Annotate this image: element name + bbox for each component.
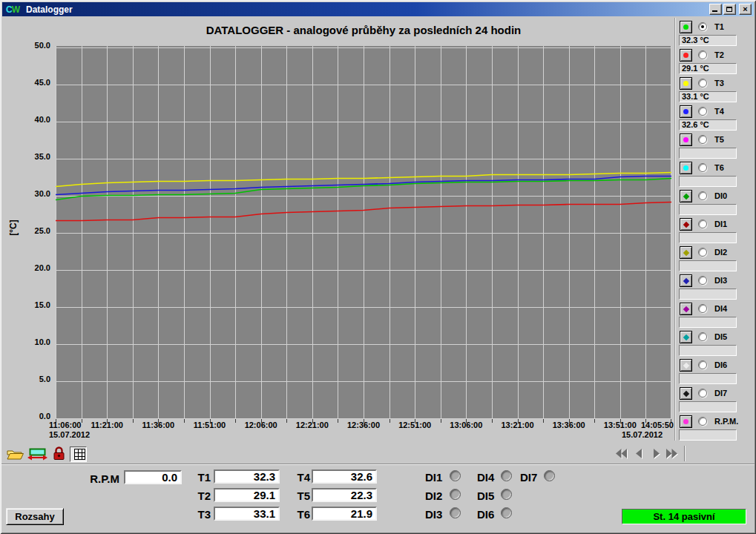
channel-color-dot [683, 137, 688, 142]
channel-value-field [679, 232, 737, 243]
channel-value-field [679, 260, 737, 271]
channel-label: DI5 [714, 332, 727, 341]
rpm-label: R.P.M [72, 472, 119, 485]
channel-color-button-T1[interactable] [680, 21, 692, 33]
x-axis-tick-label: 13:21:00 [501, 421, 533, 429]
channel-color-button-DI7[interactable] [680, 387, 692, 400]
channel-color-dot [683, 165, 688, 171]
channel-radio-R.P.M.[interactable] [698, 417, 707, 426]
channel-color-dot [683, 250, 689, 256]
di-led-DI1 [450, 470, 461, 481]
di-led-DI2 [450, 489, 461, 500]
channel-radio-DI6[interactable] [698, 360, 707, 369]
channel-color-dot [683, 109, 688, 114]
y-axis-tick-label: 25.0 [10, 226, 50, 235]
pan-range-icon[interactable] [27, 448, 47, 461]
grid-toggle-button[interactable] [70, 446, 87, 462]
di-label-DI3: DI3 [425, 508, 442, 521]
channel-color-dot [683, 81, 688, 86]
channel-radio-DI4[interactable] [698, 304, 707, 313]
x-axis-tick-label: 12:36:00 [347, 421, 380, 429]
y-axis-tick-label: 0.0 [10, 412, 50, 421]
temp-value-field-T6: 21.9 [312, 507, 377, 521]
temp-value-field-T1: 32.3 [214, 469, 280, 484]
chart-title: DATALOGGER - analogové průběhy za posled… [56, 24, 671, 36]
close-button[interactable]: × [739, 4, 752, 15]
channel-color-button-DI5[interactable] [680, 331, 692, 343]
channel-value-field: 33.1 °C [679, 91, 737, 102]
channel-value-field [679, 345, 737, 356]
channel-color-button-DI6[interactable] [680, 359, 692, 372]
channel-radio-T1[interactable] [698, 22, 707, 31]
channel-color-button-DI0[interactable] [680, 190, 692, 202]
channel-radio-DI5[interactable] [698, 332, 707, 341]
channel-color-button-T2[interactable] [680, 49, 692, 62]
trend-plot[interactable] [56, 46, 671, 419]
channel-color-button-DI1[interactable] [680, 218, 692, 231]
nav-fast-back-button[interactable] [614, 448, 629, 460]
channel-color-dot [683, 53, 688, 58]
titlebar[interactable]: CW Datalogger × [2, 2, 754, 16]
channel-color-button-T5[interactable] [680, 134, 692, 146]
app-window: CW Datalogger × DATALOGGER - analogové p… [0, 0, 756, 534]
x-axis-tick-label: 12:21:00 [296, 421, 329, 429]
minimize-button[interactable] [709, 4, 722, 15]
channel-color-button-DI2[interactable] [680, 246, 692, 259]
channel-value-field [679, 317, 737, 328]
lock-icon[interactable] [53, 446, 65, 461]
channel-label: T5 [714, 135, 724, 144]
channel-radio-DI3[interactable] [698, 276, 707, 285]
rozsahy-button[interactable]: Rozsahy [6, 508, 64, 525]
channel-color-dot [683, 306, 689, 312]
channel-value-field: 32.6 °C [679, 119, 737, 131]
channel-color-button-DI4[interactable] [680, 303, 692, 315]
channel-radio-T6[interactable] [698, 163, 707, 172]
temp-label-T3: T3 [185, 508, 211, 521]
channel-radio-T3[interactable] [698, 79, 707, 88]
maximize-button[interactable] [723, 4, 736, 15]
nav-forward-button[interactable] [649, 448, 664, 460]
channel-value-field [679, 148, 737, 159]
channel-value-field [679, 289, 737, 300]
channel-label: DI7 [714, 389, 727, 398]
channel-value-field: 29.1 °C [679, 63, 737, 74]
channel-radio-T2[interactable] [698, 50, 707, 59]
maximize-icon [726, 7, 732, 12]
channel-radio-DI1[interactable] [698, 220, 707, 228]
temp-label-T4: T4 [285, 471, 310, 484]
channel-color-button-R.P.M.[interactable] [680, 415, 692, 428]
x-axis-tick-label: 11:21:00 [91, 421, 122, 429]
channel-color-dot [683, 363, 689, 369]
channel-label: DI2 [714, 248, 727, 257]
x-axis-tick-label: 12:06:00 [245, 421, 277, 429]
channel-color-button-T4[interactable] [680, 105, 692, 118]
grid-icon [74, 449, 85, 460]
channel-color-button-T3[interactable] [680, 77, 692, 90]
x-axis-date-right: 15.07.2012 [622, 430, 663, 439]
panel-separator [1, 464, 755, 465]
channel-color-button-T6[interactable] [680, 162, 692, 174]
channel-value-field: 32.3 °C [679, 35, 737, 46]
channel-color-dot [683, 222, 689, 228]
temp-label-T1: T1 [185, 471, 211, 484]
temp-value-field-T5: 22.3 [312, 488, 377, 502]
di-label-DI2: DI2 [425, 490, 442, 502]
nav-fast-forward-button[interactable] [665, 448, 680, 460]
channel-radio-T4[interactable] [698, 107, 707, 116]
channel-label: R.P.M. [714, 417, 738, 426]
channel-radio-DI7[interactable] [698, 389, 707, 398]
trend-curves [56, 46, 671, 419]
channel-label: T2 [714, 50, 724, 59]
open-folder-icon[interactable] [6, 448, 24, 461]
close-icon: × [740, 4, 751, 13]
di-led-DI6 [501, 507, 512, 518]
nav-back-button[interactable] [632, 448, 647, 460]
channel-radio-DI2[interactable] [698, 248, 707, 257]
y-axis-tick-label: 40.0 [10, 115, 50, 124]
channel-radio-DI0[interactable] [698, 191, 707, 200]
di-led-DI7 [544, 470, 555, 481]
x-axis-tick-label: 12:51:00 [398, 421, 431, 429]
rpm-value-field: 0.0 [124, 470, 182, 484]
channel-radio-T5[interactable] [698, 135, 707, 144]
channel-color-button-DI3[interactable] [680, 274, 692, 287]
